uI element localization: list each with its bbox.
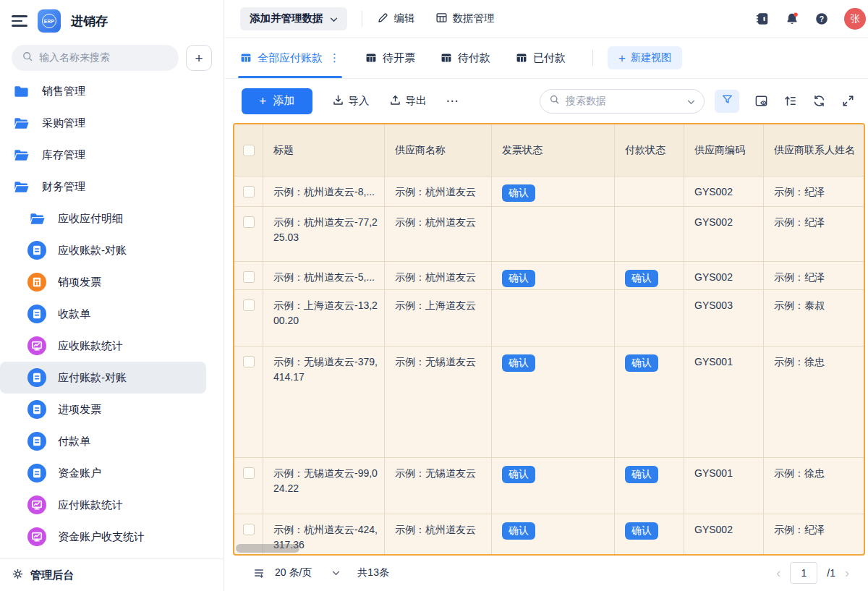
import-button[interactable]: 导入 bbox=[332, 94, 370, 109]
sidebar-item[interactable]: 采购管理 bbox=[0, 107, 224, 139]
add-record-button[interactable]: + 添加 bbox=[242, 88, 312, 114]
table-grid-icon bbox=[435, 12, 448, 26]
sidebar-item[interactable]: 库存管理 bbox=[0, 139, 224, 171]
sidebar-item[interactable]: 应付账款-对账 bbox=[0, 362, 206, 394]
table-row[interactable]: 示例：杭州道友云-5,...示例：杭州道友云确认确认GYS002示例：纪泽 bbox=[234, 261, 864, 289]
import-label: 导入 bbox=[349, 94, 370, 108]
table-row[interactable]: 示例：杭州道友云-8,...示例：杭州道友云确认GYS002示例：纪泽 bbox=[234, 176, 864, 206]
table-row[interactable]: 示例：无锡道友云-379,414.17示例：无锡道友云确认确认GYS001示例：… bbox=[234, 346, 864, 457]
chevron-down-icon[interactable] bbox=[332, 571, 340, 576]
row-checkbox[interactable] bbox=[243, 271, 255, 283]
sidebar-item[interactable]: 进项发票 bbox=[0, 394, 224, 425]
folder-open-icon bbox=[12, 145, 30, 164]
view-tab[interactable]: 待付款 bbox=[441, 38, 490, 78]
top-right-icons: ? 张 bbox=[755, 8, 861, 30]
sidebar-item[interactable]: 应付账款统计 bbox=[0, 489, 224, 521]
user-avatar[interactable]: 张 bbox=[844, 8, 866, 30]
tab-more-icon[interactable]: ⋮ bbox=[329, 51, 340, 64]
sidebar-item[interactable]: 应收账款统计 bbox=[0, 330, 224, 362]
row-checkbox[interactable] bbox=[243, 467, 255, 479]
total-count-label: 共13条 bbox=[357, 566, 389, 579]
folder-open-icon bbox=[12, 114, 30, 132]
column-header[interactable]: 发票状态 bbox=[492, 124, 615, 176]
view-tab[interactable]: 待开票 bbox=[365, 38, 415, 78]
sidebar-item[interactable]: 应收应付明细 bbox=[0, 203, 224, 234]
current-page-input[interactable]: 1 bbox=[790, 562, 817, 584]
row-checkbox[interactable] bbox=[243, 356, 255, 367]
manage-data-dropdown[interactable]: 添加并管理数据 bbox=[240, 7, 347, 30]
table-row[interactable]: 示例：杭州道友云-424,317.36示例：杭州道友云确认确认GYS002示例：… bbox=[234, 514, 864, 556]
sidebar-search-input[interactable]: 输入名称来搜索 bbox=[12, 45, 179, 71]
chevron-down-icon[interactable] bbox=[687, 95, 695, 108]
column-header[interactable]: 供应商编码 bbox=[684, 124, 764, 176]
view-tab[interactable]: 全部应付账款⋮ bbox=[240, 38, 340, 78]
row-checkbox[interactable] bbox=[243, 216, 255, 228]
sidebar-item[interactable]: 付款单 bbox=[0, 425, 224, 457]
sidebar-item[interactable]: 财务管理 bbox=[0, 171, 224, 203]
table-view-icon bbox=[240, 52, 252, 64]
sidebar-item[interactable]: 资金账户收支统计 bbox=[0, 521, 224, 553]
confirm-badge[interactable]: 确认 bbox=[625, 354, 658, 372]
confirm-badge[interactable]: 确认 bbox=[502, 466, 535, 483]
confirm-badge[interactable]: 确认 bbox=[625, 522, 658, 540]
admin-console-button[interactable]: 管理后台 bbox=[0, 558, 224, 591]
horizontal-scrollbar[interactable] bbox=[236, 544, 299, 553]
app-title: 进销存 bbox=[71, 13, 108, 30]
confirm-badge[interactable]: 确认 bbox=[625, 270, 658, 287]
column-header[interactable]: 标题 bbox=[263, 124, 385, 176]
column-header[interactable]: 供应商名称 bbox=[385, 124, 492, 176]
sidebar-item[interactable]: 资金账户 bbox=[0, 457, 224, 489]
sidebar-add-button[interactable]: + bbox=[186, 45, 212, 71]
cell-supplier-name: 示例：无锡道友云 bbox=[385, 458, 492, 514]
fullscreen-button[interactable] bbox=[841, 94, 855, 108]
bell-icon[interactable] bbox=[785, 12, 799, 26]
select-all-checkbox[interactable] bbox=[243, 145, 255, 156]
row-checkbox[interactable] bbox=[243, 524, 255, 535]
table-row[interactable]: 示例：杭州道友云-77,225.03示例：杭州道友云GYS002示例：纪泽 bbox=[234, 206, 864, 261]
sidebar-item[interactable]: 收款单 bbox=[0, 298, 224, 330]
sidebar-item[interactable]: 应收账款-对账 bbox=[0, 234, 224, 266]
sidebar-search-placeholder: 输入名称来搜索 bbox=[39, 51, 110, 64]
confirm-badge[interactable]: 确认 bbox=[625, 466, 658, 483]
confirm-badge[interactable]: 确认 bbox=[502, 522, 535, 540]
more-actions-button[interactable]: ⋯ bbox=[446, 93, 459, 109]
column-header[interactable]: 供应商联系人姓名 bbox=[764, 124, 864, 176]
plus-icon: + bbox=[259, 95, 267, 108]
data-manage-button[interactable]: 数据管理 bbox=[435, 12, 495, 26]
confirm-badge[interactable]: 确认 bbox=[502, 184, 535, 202]
row-checkbox[interactable] bbox=[243, 299, 255, 311]
help-icon[interactable]: ? bbox=[814, 12, 829, 26]
doc-icon bbox=[27, 241, 46, 260]
hamburger-menu-icon[interactable] bbox=[12, 15, 27, 26]
next-page-button[interactable]: › bbox=[845, 566, 849, 579]
confirm-badge[interactable]: 确认 bbox=[502, 354, 535, 372]
chart-icon bbox=[27, 496, 46, 514]
cell-supplier-name: 示例：无锡道友云 bbox=[385, 346, 492, 457]
notebook-icon[interactable] bbox=[755, 12, 770, 26]
prev-page-button[interactable]: ‹ bbox=[776, 566, 780, 579]
table-row[interactable]: 示例：上海道友云-13,200.20示例：上海道友云GYS003示例：泰叔 bbox=[234, 289, 864, 346]
export-button[interactable]: 导出 bbox=[389, 94, 427, 109]
table-search-input[interactable]: 搜索数据 bbox=[540, 89, 705, 114]
refresh-button[interactable] bbox=[812, 94, 826, 108]
page-size-selector[interactable]: 20 条/页 bbox=[275, 566, 312, 579]
divider bbox=[362, 11, 362, 27]
cell-supplier-name: 示例：杭州道友云 bbox=[385, 262, 492, 289]
filter-button[interactable] bbox=[715, 90, 739, 113]
row-height-button[interactable] bbox=[783, 94, 797, 108]
cell-payment-status bbox=[615, 290, 684, 346]
sidebar-item[interactable]: 销售管理 bbox=[0, 75, 224, 107]
column-header[interactable]: 付款状态 bbox=[615, 124, 684, 176]
confirm-badge[interactable]: 确认 bbox=[502, 270, 535, 287]
data-table: 标题供应商名称发票状态付款状态供应商编码供应商联系人姓名 示例：杭州道友云-8,… bbox=[233, 123, 865, 556]
view-tab[interactable]: 已付款 bbox=[516, 38, 566, 78]
row-checkbox[interactable] bbox=[243, 186, 255, 197]
table-row[interactable]: 示例：无锡道友云-99,024.22示例：无锡道友云确认确认GYS001示例：徐… bbox=[234, 457, 864, 514]
sidebar-item[interactable]: 销项发票 bbox=[0, 266, 224, 298]
cell-contact-name: 示例：徐忠 bbox=[764, 458, 864, 514]
card-view-button[interactable] bbox=[754, 94, 768, 108]
edit-button[interactable]: 编辑 bbox=[377, 12, 415, 26]
new-view-button[interactable]: + 新建视图 bbox=[608, 46, 682, 69]
gear-icon bbox=[12, 568, 24, 582]
pager: ‹ 1 /1 › bbox=[776, 562, 849, 584]
